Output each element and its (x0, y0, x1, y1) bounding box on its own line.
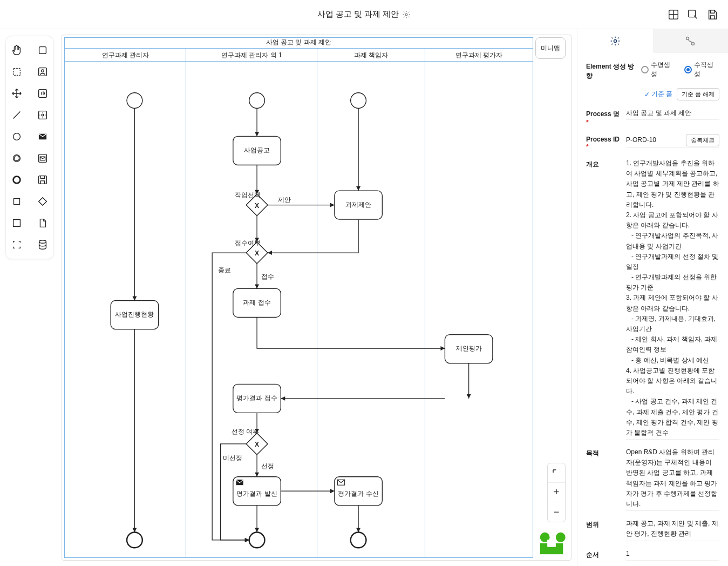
start-event[interactable] (351, 93, 366, 109)
tool-doc[interactable] (31, 214, 54, 232)
svg-point-6 (42, 70, 44, 72)
svg-point-9 (42, 114, 44, 116)
end-event[interactable] (127, 533, 142, 548)
tool-message[interactable] (31, 128, 54, 145)
tool-box[interactable] (5, 214, 28, 232)
svg-rect-3 (39, 47, 46, 54)
bpmn-svg: 사업진행현황 사업공고 X 작업선택 제안 X 접수여부 접수 종료 과제 접수… (65, 38, 533, 557)
tool-corners[interactable] (5, 236, 28, 253)
tool-message2[interactable] (31, 150, 54, 167)
tool-rect[interactable] (31, 42, 54, 59)
svg-point-20 (39, 240, 46, 244)
start-event[interactable] (127, 93, 142, 109)
scope-text[interactable]: 과제 공고, 과제 제안 및 제출, 제안 평가, 진행현황 관리 (626, 518, 719, 541)
order-input[interactable]: 1 (626, 549, 719, 561)
purpose-text[interactable]: Open R&D 사업을 위하여 관리자(운영자)는 구체적인 내용이 반영된 … (626, 447, 719, 511)
svg-text:제안평가: 제안평가 (456, 345, 482, 352)
label-process-name: Process 명 (586, 110, 620, 126)
radio-horizontal[interactable]: 수평생성 (641, 60, 677, 79)
gear-icon (610, 36, 621, 46)
tool-move[interactable] (5, 85, 28, 102)
svg-text:선정 여부: 선정 여부 (232, 428, 259, 435)
start-event[interactable] (249, 93, 265, 109)
tool-diamond[interactable] (31, 193, 54, 210)
app-logo-icon (536, 531, 567, 556)
svg-text:X: X (255, 250, 259, 257)
default-form-cancel-button[interactable]: 기준 폼 해제 (677, 88, 719, 100)
overview-text[interactable]: 1. 연구개발사업을 추진을 위하여 사업별 세부계획을 공고하고, 사업 공고… (626, 158, 719, 440)
label-element-dir: Element 생성 방향 (586, 60, 636, 80)
save-icon[interactable] (706, 9, 718, 21)
properties-panel: Element 생성 방향 수평생성 수직생성 ✓ 기준 폼 기준 폼 해제 P… (577, 29, 728, 566)
label-process-id: Process ID (586, 136, 620, 151)
svg-text:X: X (255, 202, 259, 210)
zoom-controls: + − (547, 463, 566, 522)
tool-endcircle[interactable] (5, 171, 28, 188)
svg-point-16 (13, 177, 21, 184)
default-form-link[interactable]: ✓ 기준 폼 (644, 90, 672, 99)
svg-text:과제 접수: 과제 접수 (243, 299, 270, 306)
title-text: 사업 공고 및 과제 제안 (317, 9, 399, 19)
zoom-out[interactable]: − (548, 502, 565, 522)
svg-text:X: X (255, 441, 259, 448)
tab-flow[interactable] (653, 29, 729, 53)
svg-rect-17 (39, 176, 47, 184)
tool-line[interactable] (5, 106, 28, 124)
label-order: 순서 (586, 549, 621, 560)
svg-point-0 (405, 14, 407, 16)
flow-icon (685, 36, 696, 46)
svg-text:접수여부: 접수여부 (235, 239, 261, 247)
svg-text:선정: 선정 (261, 462, 274, 470)
svg-rect-7 (39, 90, 47, 98)
dup-check-button[interactable]: 중복체크 (686, 134, 719, 146)
search-icon[interactable] (687, 9, 699, 21)
gear-icon[interactable] (402, 10, 411, 19)
label-overview: 개요 (586, 158, 621, 169)
svg-point-13 (14, 156, 19, 160)
svg-text:과제제안: 과제제안 (345, 201, 371, 208)
tool-palette (0, 29, 59, 566)
svg-text:평가결과 접수: 평가결과 접수 (236, 394, 277, 402)
svg-text:사업진행현황: 사업진행현황 (115, 311, 154, 318)
tab-settings[interactable] (577, 29, 653, 53)
tool-hand2[interactable] (31, 85, 54, 102)
tool-square[interactable] (5, 193, 28, 210)
svg-rect-45 (547, 540, 556, 547)
process-id-input[interactable]: P-ORD-10 (626, 135, 683, 145)
label-purpose: 목적 (586, 447, 621, 458)
svg-point-43 (556, 533, 566, 542)
app-header: 사업 공고 및 과제 제안 (0, 0, 728, 29)
bpmn-pool[interactable]: 사업 공고 및 과제 제안 연구과제 관리자 연구과제 관리자 외 1 과제 책… (64, 37, 533, 558)
end-event[interactable] (249, 533, 265, 548)
tool-user[interactable] (31, 63, 54, 80)
zoom-in[interactable]: + (548, 483, 565, 502)
minimap-button[interactable]: 미니맵 (535, 37, 566, 59)
svg-point-10 (13, 133, 21, 140)
svg-point-46 (614, 40, 616, 43)
svg-rect-4 (13, 69, 21, 76)
radio-vertical[interactable]: 수직생성 (684, 60, 720, 79)
diagram-canvas[interactable]: 미니맵 사업 공고 및 과제 제안 연구과제 관리자 연구과제 관리자 외 1 … (62, 35, 571, 561)
end-event[interactable] (351, 533, 366, 548)
process-name-input[interactable]: 사업 공고 및 과제 제안 (626, 108, 719, 120)
svg-text:평가결과 발신: 평가결과 발신 (236, 490, 277, 497)
svg-rect-19 (13, 220, 21, 227)
svg-rect-18 (14, 199, 20, 205)
tool-gear[interactable] (31, 106, 54, 124)
zoom-fit[interactable] (548, 463, 565, 483)
page-title: 사업 공고 및 과제 제안 (317, 9, 411, 19)
svg-text:미선정: 미선정 (223, 454, 242, 462)
svg-text:평가결과 수신: 평가결과 수신 (338, 490, 378, 497)
tool-circle[interactable] (5, 128, 28, 145)
tool-db[interactable] (31, 236, 54, 253)
svg-text:작업선택: 작업선택 (235, 191, 261, 199)
tool-save2[interactable] (31, 171, 54, 188)
svg-text:종료: 종료 (218, 266, 231, 274)
tool-circle2[interactable] (5, 150, 28, 167)
tool-hand[interactable] (5, 42, 28, 59)
tool-lasso[interactable] (5, 63, 28, 80)
label-scope: 범위 (586, 518, 621, 529)
svg-text:제안: 제안 (278, 196, 291, 204)
svg-text:접수: 접수 (261, 273, 274, 280)
grid-icon[interactable] (668, 9, 679, 21)
